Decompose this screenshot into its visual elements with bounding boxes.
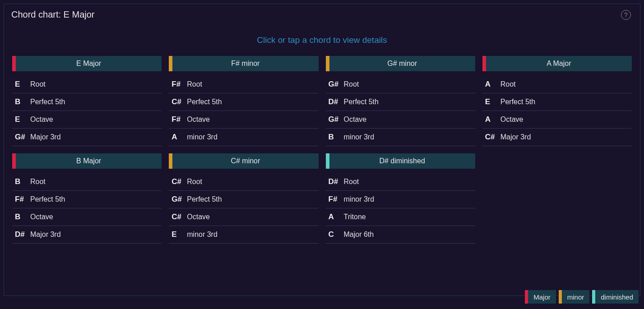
note-name: C# — [171, 97, 187, 106]
note-interval: Root — [344, 178, 359, 186]
note-list: ARootEPerfect 5thAOctaveC#Major 3rd — [482, 71, 632, 146]
chord-name: B Major — [16, 153, 162, 169]
note-name: E — [14, 115, 30, 124]
note-name: B — [14, 212, 30, 221]
legend-bar — [559, 290, 562, 304]
note-name: D# — [328, 97, 344, 106]
note-row: EPerfect 5th — [482, 93, 632, 111]
note-list: F#RootC#Perfect 5thF#OctaveAminor 3rd — [169, 71, 318, 146]
chord-name: A Major — [486, 56, 632, 71]
note-interval: Root — [30, 178, 46, 186]
chord-header[interactable]: B Major — [12, 153, 162, 169]
note-row: D#Major 3rd — [12, 226, 162, 244]
chord-name: F# minor — [172, 56, 318, 71]
legend-label: minor — [562, 290, 590, 304]
note-row: BOctave — [12, 208, 162, 226]
note-row: F#Root — [169, 76, 318, 93]
note-row: C#Root — [169, 173, 318, 191]
legend-item: diminished — [592, 290, 639, 304]
chord-name: C# minor — [172, 153, 318, 169]
note-row: D#Root — [326, 173, 475, 191]
chord-card: G# minorG#RootD#Perfect 5thG#OctaveBmino… — [326, 56, 475, 146]
quality-bar — [12, 153, 16, 169]
note-interval: Perfect 5th — [344, 98, 379, 106]
note-list: D#RootF#minor 3rdATritoneCMajor 6th — [326, 169, 475, 244]
note-row: G#Octave — [326, 111, 475, 129]
panel-header: Chord chart: E Major ? — [4, 4, 640, 22]
note-name: B — [328, 133, 344, 142]
note-row: BPerfect 5th — [12, 93, 162, 111]
note-list: G#RootD#Perfect 5thG#OctaveBminor 3rd — [326, 71, 475, 146]
note-interval: Major 6th — [344, 231, 374, 239]
quality-bar — [169, 153, 172, 169]
legend-item: Major — [525, 290, 556, 304]
note-name: G# — [328, 115, 344, 124]
note-row: ATritone — [326, 208, 475, 226]
note-name: A — [484, 115, 500, 124]
note-interval: minor 3rd — [344, 133, 375, 141]
note-interval: Root — [344, 80, 359, 88]
note-interval: Root — [500, 80, 516, 88]
chord-card: F# minorF#RootC#Perfect 5thF#OctaveAmino… — [169, 56, 318, 146]
note-row: ARoot — [482, 76, 632, 93]
note-list: C#RootG#Perfect 5thC#OctaveEminor 3rd — [169, 169, 318, 244]
chord-chart-panel: Chord chart: E Major ? Click or tap a ch… — [4, 4, 640, 296]
chord-header[interactable]: F# minor — [169, 56, 318, 71]
note-interval: minor 3rd — [187, 133, 218, 141]
chord-card: B MajorBRootF#Perfect 5thBOctaveD#Major … — [12, 153, 162, 244]
note-interval: Perfect 5th — [30, 98, 65, 106]
legend-label: diminished — [595, 290, 639, 304]
chord-card: D# diminishedD#RootF#minor 3rdATritoneCM… — [326, 153, 475, 244]
instruction-text: Click or tap a chord to view details — [4, 22, 640, 56]
note-name: G# — [328, 80, 344, 89]
note-interval: Octave — [30, 213, 53, 221]
note-interval: Perfect 5th — [500, 98, 535, 106]
chord-header[interactable]: D# diminished — [326, 153, 475, 169]
chord-header[interactable]: A Major — [482, 56, 632, 71]
note-interval: Perfect 5th — [187, 98, 222, 106]
chord-name: D# diminished — [329, 153, 475, 169]
page-title: Chord chart: E Major — [11, 9, 95, 20]
note-name: E — [171, 230, 187, 239]
note-name: G# — [14, 133, 30, 142]
note-interval: Tritone — [344, 213, 366, 221]
legend-bar — [525, 290, 528, 304]
help-icon[interactable]: ? — [621, 10, 631, 20]
chord-card: A MajorARootEPerfect 5thAOctaveC#Major 3… — [482, 56, 632, 146]
chord-header[interactable]: G# minor — [326, 56, 475, 71]
quality-bar — [326, 153, 329, 169]
quality-bar — [326, 56, 329, 71]
note-row: F#Perfect 5th — [12, 191, 162, 208]
note-name: F# — [328, 195, 344, 204]
note-name: F# — [14, 195, 30, 204]
quality-bar — [12, 56, 16, 71]
note-interval: Octave — [344, 115, 367, 124]
note-interval: Root — [30, 80, 46, 88]
note-row: CMajor 6th — [326, 226, 475, 244]
note-interval: Octave — [187, 213, 210, 221]
chord-card: C# minorC#RootG#Perfect 5thC#OctaveEmino… — [169, 153, 318, 244]
note-row: G#Major 3rd — [12, 129, 162, 146]
note-interval: Octave — [30, 115, 53, 124]
note-name: E — [14, 80, 30, 89]
legend: Majorminordiminished — [525, 290, 639, 304]
note-name: C# — [484, 133, 500, 142]
note-row: F#Octave — [169, 111, 318, 129]
note-interval: Root — [187, 80, 202, 88]
note-name: D# — [14, 230, 30, 239]
legend-bar — [592, 290, 595, 304]
note-row: C#Perfect 5th — [169, 93, 318, 111]
note-row: C#Major 3rd — [482, 129, 632, 146]
quality-bar — [482, 56, 486, 71]
note-name: E — [484, 97, 500, 106]
note-interval: Major 3rd — [500, 133, 531, 141]
note-interval: Octave — [187, 115, 210, 124]
note-row: C#Octave — [169, 208, 318, 226]
chord-header[interactable]: C# minor — [169, 153, 318, 169]
note-row: BRoot — [12, 173, 162, 191]
note-name: C — [328, 230, 344, 239]
chord-card: E MajorERootBPerfect 5thEOctaveG#Major 3… — [12, 56, 162, 146]
chord-header[interactable]: E Major — [12, 56, 162, 71]
note-name: A — [484, 80, 500, 89]
note-list: ERootBPerfect 5thEOctaveG#Major 3rd — [12, 71, 162, 146]
